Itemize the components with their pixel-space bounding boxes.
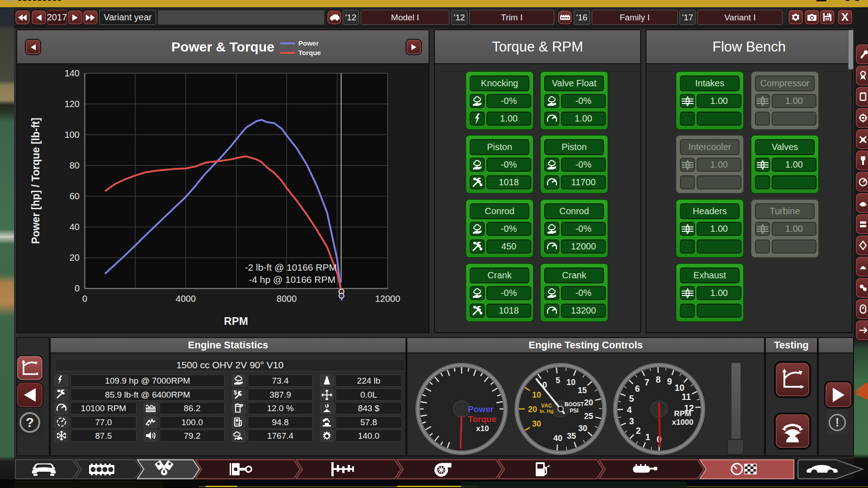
- svg-text:20: 20: [584, 398, 593, 407]
- svg-text:20: 20: [70, 253, 80, 263]
- svg-text:PSI: PSI: [570, 408, 578, 414]
- svg-text:1: 1: [646, 432, 651, 442]
- svg-text:VAC: VAC: [541, 403, 552, 409]
- svg-text:40: 40: [70, 222, 80, 232]
- svg-text:0: 0: [82, 294, 87, 304]
- svg-text:98: 98: [236, 422, 240, 426]
- svg-text:120: 120: [65, 99, 80, 109]
- svg-text:12000: 12000: [375, 294, 401, 304]
- svg-text:5: 5: [556, 376, 560, 385]
- svg-text:5: 5: [629, 394, 634, 404]
- svg-text:3: 3: [629, 416, 634, 426]
- svg-text:Power [hp] / Torque [lb-ft]: Power [hp] / Torque [lb-ft]: [30, 117, 42, 244]
- svg-text:9: 9: [667, 376, 672, 386]
- svg-text:BOOST: BOOST: [565, 401, 584, 408]
- svg-text:In. Hg: In. Hg: [540, 408, 554, 414]
- svg-text:25: 25: [584, 412, 593, 421]
- svg-text:60: 60: [70, 191, 80, 201]
- svg-text:-4 hp @ 10166 RPM: -4 hp @ 10166 RPM: [249, 274, 335, 285]
- svg-text:30: 30: [578, 424, 587, 433]
- svg-text:Torque: Torque: [468, 414, 496, 424]
- svg-text:-2 lb-ft @ 10166 RPM: -2 lb-ft @ 10166 RPM: [245, 262, 337, 272]
- svg-text:4000: 4000: [176, 294, 196, 304]
- svg-text:2: 2: [636, 426, 641, 436]
- svg-text:$: $: [234, 389, 237, 396]
- svg-text:100: 100: [65, 130, 80, 140]
- svg-text:140: 140: [65, 68, 80, 78]
- svg-text:80: 80: [70, 160, 80, 170]
- svg-text:6: 6: [635, 384, 640, 394]
- svg-text:15: 15: [578, 386, 587, 395]
- svg-text:8000: 8000: [277, 294, 297, 304]
- svg-text:Power: Power: [468, 404, 494, 414]
- svg-text:4: 4: [627, 405, 632, 415]
- svg-text:35: 35: [567, 432, 576, 441]
- svg-text:$: $: [326, 403, 328, 408]
- svg-text:11: 11: [682, 392, 691, 402]
- svg-text:10: 10: [675, 383, 684, 393]
- svg-text:x10: x10: [476, 424, 489, 433]
- svg-text:10: 10: [566, 378, 576, 387]
- svg-text:30: 30: [532, 419, 541, 428]
- svg-text:x1000: x1000: [672, 418, 693, 427]
- svg-text:0: 0: [75, 283, 80, 293]
- svg-text:20: 20: [528, 405, 537, 414]
- svg-text:10: 10: [532, 390, 541, 399]
- svg-text:RPM: RPM: [224, 315, 248, 327]
- svg-text:RPM: RPM: [674, 409, 691, 418]
- svg-text:8: 8: [656, 375, 661, 385]
- svg-text:40: 40: [553, 434, 562, 443]
- svg-text:7: 7: [645, 377, 650, 387]
